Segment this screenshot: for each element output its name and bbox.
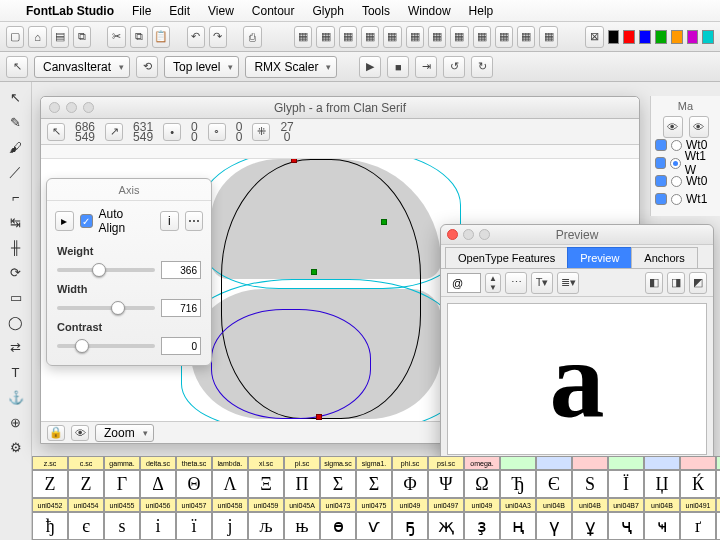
- glyph-cell[interactable]: ҹ: [644, 512, 680, 540]
- glyph-cell[interactable]: Π: [284, 470, 320, 498]
- masters-eye1-icon[interactable]: 👁: [663, 116, 683, 138]
- glyph-cell[interactable]: Ξ: [248, 470, 284, 498]
- menu-contour[interactable]: Contour: [252, 4, 295, 18]
- edit-tool-icon[interactable]: ⇄: [4, 336, 28, 358]
- cut-icon[interactable]: ✂: [107, 26, 125, 48]
- masters-eye2-icon[interactable]: 👁: [689, 116, 709, 138]
- canvas-dropdown[interactable]: CanvasIterat: [34, 56, 130, 78]
- copy2-icon[interactable]: ⧉: [130, 26, 148, 48]
- glyph-cell[interactable]: є: [68, 512, 104, 540]
- step-icon[interactable]: ⇥: [415, 56, 437, 78]
- tab-anchors[interactable]: Anchors: [631, 247, 697, 268]
- knife-tool-icon[interactable]: ／: [4, 161, 28, 183]
- menu-window[interactable]: Window: [408, 4, 451, 18]
- preview-ellipsis-icon[interactable]: ⋯: [505, 272, 527, 294]
- corner-tool-icon[interactable]: ⌐: [4, 186, 28, 208]
- text-tool-icon[interactable]: T: [4, 361, 28, 383]
- swatch-orange[interactable]: [671, 30, 683, 44]
- max-icon[interactable]: [83, 102, 94, 113]
- master-rad-0[interactable]: [671, 140, 682, 151]
- panel10-icon[interactable]: ▦: [495, 26, 513, 48]
- master-rad-3[interactable]: [671, 194, 682, 205]
- glyph-cell[interactable]: ұ: [572, 512, 608, 540]
- app-name[interactable]: FontLab Studio: [26, 4, 114, 18]
- glyph-cell[interactable]: Γ: [104, 470, 140, 498]
- preview-min-icon[interactable]: [463, 229, 474, 240]
- skip-icon[interactable]: ↻: [471, 56, 493, 78]
- preview-max-icon[interactable]: [479, 229, 490, 240]
- glyph-cell[interactable]: ґ: [680, 512, 716, 540]
- glyph-cell[interactable]: Ζ: [68, 470, 104, 498]
- swatch-cyan[interactable]: [702, 30, 714, 44]
- contrast-slider[interactable]: [57, 344, 155, 348]
- preview-text-input[interactable]: [447, 273, 481, 293]
- redo-icon[interactable]: ↷: [209, 26, 227, 48]
- master-rad-1[interactable]: [670, 158, 681, 169]
- master-chk-1[interactable]: [655, 157, 666, 169]
- rotate-tool-icon[interactable]: ⟳: [4, 261, 28, 283]
- swatch-magenta[interactable]: [687, 30, 699, 44]
- weight-value[interactable]: [161, 261, 201, 279]
- glyph-cell[interactable]: Є: [536, 470, 572, 498]
- width-slider[interactable]: [57, 306, 155, 310]
- glyph-cell[interactable]: Λ: [212, 470, 248, 498]
- master-chk-3[interactable]: [655, 193, 667, 205]
- level-dropdown[interactable]: Top level: [164, 56, 239, 78]
- glyph-cell[interactable]: Ζ: [32, 470, 68, 498]
- script-tool-icon[interactable]: ⚙: [4, 436, 28, 458]
- rewind-icon[interactable]: ↺: [443, 56, 465, 78]
- master-chk-0[interactable]: [655, 139, 667, 151]
- node-mode-icon[interactable]: ↗: [105, 123, 123, 141]
- glyph-cell[interactable]: ђ: [32, 512, 68, 540]
- ruler-tool-icon[interactable]: ╫: [4, 236, 28, 258]
- arrow-icon[interactable]: ↖: [6, 56, 28, 78]
- menu-glyph[interactable]: Glyph: [313, 4, 344, 18]
- glyph-cell[interactable]: ғ: [716, 512, 720, 540]
- play-icon[interactable]: ▶: [359, 56, 381, 78]
- panel5-icon[interactable]: ▦: [383, 26, 401, 48]
- stop-icon[interactable]: ■: [387, 56, 409, 78]
- anchor-tool-icon[interactable]: ⚓: [4, 386, 28, 408]
- glyph-cell[interactable]: Φ: [392, 470, 428, 498]
- glyph-cell[interactable]: Σ: [356, 470, 392, 498]
- glyph-cell[interactable]: ѳ: [320, 512, 356, 540]
- menu-file[interactable]: File: [132, 4, 151, 18]
- drag-tool-icon[interactable]: ↹: [4, 211, 28, 233]
- cursor-mode-icon[interactable]: ↖: [47, 123, 65, 141]
- glyph-cell[interactable]: Θ: [176, 470, 212, 498]
- x-icon[interactable]: ⊠: [585, 26, 603, 48]
- open-icon[interactable]: ⌂: [28, 26, 46, 48]
- save-icon[interactable]: ▤: [51, 26, 69, 48]
- swatch-black[interactable]: [608, 30, 620, 44]
- preview-text-icon[interactable]: T▾: [531, 272, 553, 294]
- new-icon[interactable]: ▢: [6, 26, 24, 48]
- lock-icon[interactable]: 🔒: [47, 425, 65, 441]
- axis-expand-icon[interactable]: ▸: [55, 211, 74, 231]
- glyph-cell[interactable]: ҷ: [608, 512, 644, 540]
- preview-titlebar[interactable]: Preview: [441, 225, 713, 245]
- preview-opt3-icon[interactable]: ◩: [689, 272, 707, 294]
- glyph-cell[interactable]: ҕ: [392, 512, 428, 540]
- preview-stepper-icon[interactable]: ▲▼: [485, 273, 501, 293]
- copy-icon[interactable]: ⧉: [73, 26, 91, 48]
- rmx-dropdown[interactable]: RMX Scaler: [245, 56, 337, 78]
- zoom-tool-icon[interactable]: ⊕: [4, 411, 28, 433]
- preview-opt1-icon[interactable]: ◧: [645, 272, 663, 294]
- swatch-blue[interactable]: [639, 30, 651, 44]
- menu-edit[interactable]: Edit: [169, 4, 190, 18]
- glyph-cell[interactable]: Џ: [644, 470, 680, 498]
- swatch-red[interactable]: [623, 30, 635, 44]
- glyph-cell[interactable]: љ: [248, 512, 284, 540]
- glyph-cell[interactable]: Ѕ: [572, 470, 608, 498]
- glyph-cell[interactable]: Ї: [608, 470, 644, 498]
- snap-icon[interactable]: ⁜: [252, 123, 270, 141]
- arrow-tool-icon[interactable]: ↖: [4, 86, 28, 108]
- axis-info-icon[interactable]: i: [160, 211, 179, 231]
- glyph-cell[interactable]: Ω: [464, 470, 500, 498]
- panel1-icon[interactable]: ▦: [294, 26, 312, 48]
- glyph-cell[interactable]: Ӣ: [716, 470, 720, 498]
- glyph-cell[interactable]: Ђ: [500, 470, 536, 498]
- contrast-value[interactable]: [161, 337, 201, 355]
- paste-icon[interactable]: 📋: [152, 26, 170, 48]
- panel9-icon[interactable]: ▦: [473, 26, 491, 48]
